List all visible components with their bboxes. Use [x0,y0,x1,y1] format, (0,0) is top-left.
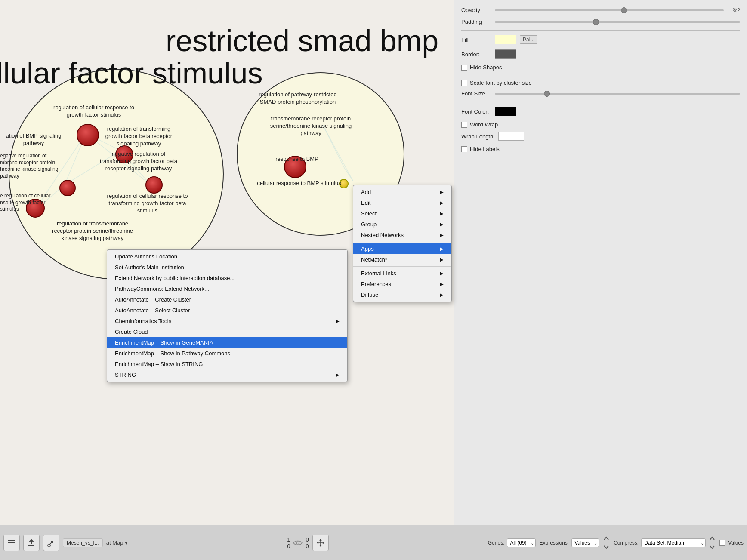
label-neg-transforming: negative regulation oftransforming growt… [96,151,182,172]
eye-icon [293,538,303,548]
move-icon [316,538,325,547]
hide-labels-checkbox[interactable] [461,146,467,152]
genes-select[interactable]: All (69) [507,538,536,547]
node-5[interactable] [145,176,163,194]
menu-item-pathway-commons[interactable]: PathwayCommons: Extend Network... [107,283,347,294]
menu-item-group[interactable]: Group [353,219,451,230]
opacity-slider[interactable] [495,9,724,11]
border-color-swatch[interactable] [495,49,516,59]
padding-slider[interactable] [495,21,740,23]
compress-label: Compress: [614,540,639,546]
font-color-swatch[interactable] [495,107,516,116]
scale-font-row: Scale font by cluster size [461,80,740,86]
scale-font-label: Scale font by cluster size [470,80,532,86]
stat-3: 0 [306,536,309,543]
status-bar: Mesen_vs_I... at Map ▾ 1 0 0 0 Genes: Al… [0,525,747,560]
expressions-select-wrapper[interactable]: Values [571,538,599,547]
menu-item-diffuse[interactable]: Diffuse [353,289,451,300]
tab-label[interactable]: at Map ▾ [106,539,128,546]
toolbar-btn-link[interactable] [43,535,59,551]
opacity-label: Opacity [461,7,491,13]
stat-1: 1 [287,536,290,543]
wrap-length-input[interactable] [498,132,524,141]
fill-label: Fill: [461,37,491,43]
menu-item-autoannotate-select[interactable]: AutoAnnotate – Select Cluster [107,305,347,316]
menu-item-select[interactable]: Select [353,208,451,219]
border-label: Border: [461,51,491,58]
menu-item-edit[interactable]: Edit [353,197,451,208]
up-arrow-icon[interactable] [602,535,610,542]
expressions-section: Expressions: Values [539,538,599,547]
hide-shapes-row: Hide Shapes [461,64,740,71]
label-cellular-bmp: cellular response to BMP stimulus [247,180,351,187]
menu-item-add[interactable]: Add [353,187,451,197]
genes-select-wrapper[interactable]: All (69) [507,538,536,547]
stat-4: 0 [306,543,309,549]
menu-item-extend-network[interactable]: Extend Network by public interaction dat… [107,273,347,283]
network-name-label[interactable]: Mesen_vs_I... [63,538,103,547]
link-icon [47,538,56,547]
border-row: Border: [461,49,740,59]
move-btn[interactable] [312,535,329,551]
menu-item-enrichmentmap-pathway[interactable]: EnrichmentMap – Show in Pathway Commons [107,348,347,359]
big-label-1: restricted smad bmp [166,24,438,58]
font-size-slider[interactable] [495,93,740,95]
menu-item-nested-networks[interactable]: Nested Networks [353,230,451,240]
menu-item-string[interactable]: STRING [107,369,347,380]
svg-point-15 [296,542,299,544]
context-menu-apps[interactable]: Add Edit Select Group Nested Networks Ap… [353,185,452,302]
menu-item-cheminformatics[interactable]: Cheminformatics Tools [107,316,347,326]
genes-label: Genes: [488,540,505,546]
font-size-label: Font Size [461,90,491,97]
scale-font-checkbox[interactable] [461,80,467,86]
label-bmp-signaling: ation of BMP signalingpathway [3,132,64,147]
arrows-control[interactable] [602,535,610,551]
toolbar-btn-1[interactable] [3,535,20,551]
down-arrow-icon[interactable] [602,543,610,551]
menu-item-preferences[interactable]: Preferences [353,279,451,289]
compress-section: Compress: Data Set: Median [614,535,716,551]
big-label-2: llular factor stimulus [0,56,263,90]
toolbar-btn-share[interactable] [23,535,40,551]
menu-item-update-author[interactable]: Update Author's Location [107,251,347,262]
label-transmembrane: regulation of transmembranereceptor prot… [45,220,140,242]
word-wrap-checkbox[interactable] [461,122,467,128]
menu-item-set-author[interactable]: Set Author's Main Institution [107,262,347,273]
dataset-select[interactable]: Data Set: Median [641,538,706,547]
menu-item-create-cloud[interactable]: Create Cloud [107,326,347,337]
context-menu-main[interactable]: Update Author's Location Set Author's Ma… [107,249,348,382]
hide-labels-label: Hide Labels [470,146,500,152]
fill-row: Fill: Pal... [461,35,740,44]
label-transforming-growth: regulation of transforminggrowth factor … [97,126,181,148]
menu-item-enrichmentmap-genemania[interactable]: EnrichmentMap – Show in GeneMANIA [107,337,347,348]
svg-rect-11 [8,540,15,541]
expressions-select[interactable]: Values [571,538,599,547]
menu-item-enrichmentmap-string[interactable]: EnrichmentMap – Show in STRING [107,359,347,369]
hide-shapes-label: Hide Shapes [470,64,502,71]
menu-item-netmatch[interactable]: NetMatch* [353,254,451,265]
node-1[interactable] [77,124,99,146]
font-size-row: Font Size [461,90,740,97]
padding-row: Padding [461,18,740,25]
expressions-label: Expressions: [539,540,569,546]
label-transmembrane-receptor: transmembrane receptor proteinserine/thr… [252,115,370,137]
menu-item-apps[interactable]: Apps [353,243,451,254]
values-label: Values [728,540,744,546]
values-checkbox[interactable] [719,540,725,546]
compress-down-icon[interactable] [708,543,716,551]
list-icon [7,538,16,547]
label-cellular-response: regulation of cellular response togrowth… [51,104,137,119]
compress-arrows[interactable] [708,535,716,551]
dataset-select-wrapper[interactable]: Data Set: Median [641,538,706,547]
compress-up-icon[interactable] [708,535,716,542]
opacity-value: %2 [727,7,740,13]
wrap-length-row: Wrap Length: [461,132,740,141]
fill-color-swatch[interactable] [495,35,516,44]
share-icon [27,538,36,547]
word-wrap-label: Word Wrap [470,121,500,128]
palette-button[interactable]: Pal... [520,35,537,44]
menu-item-autoannotate-create[interactable]: AutoAnnotate – Create Cluster [107,294,347,305]
svg-rect-13 [8,545,15,545]
menu-item-external-links[interactable]: External Links [353,268,451,279]
hide-shapes-checkbox[interactable] [461,65,467,71]
